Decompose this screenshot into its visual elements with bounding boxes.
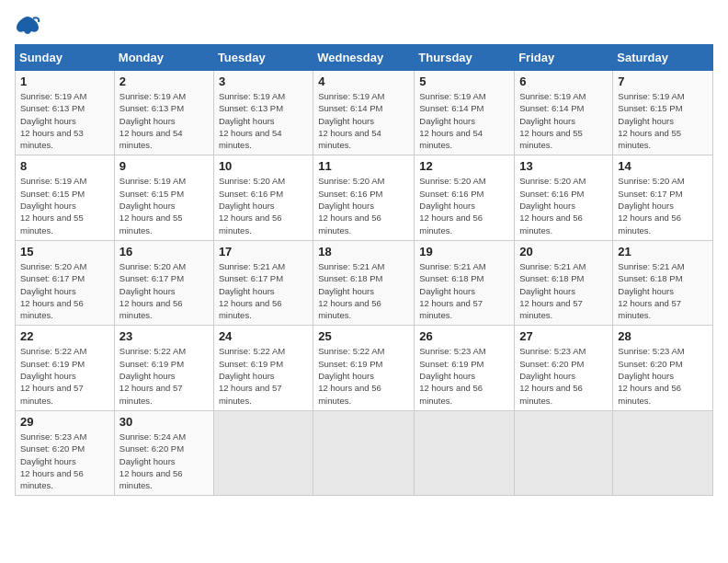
day-info: Sunrise: 5:20 AM Sunset: 6:16 PM Dayligh… xyxy=(219,175,308,236)
day-number: 26 xyxy=(419,329,509,343)
day-number: 11 xyxy=(318,159,409,173)
day-number: 28 xyxy=(618,329,708,343)
day-info: Sunrise: 5:20 AM Sunset: 6:16 PM Dayligh… xyxy=(419,175,509,236)
logo-icon xyxy=(15,15,40,35)
day-number: 1 xyxy=(20,75,109,88)
day-number: 27 xyxy=(519,329,608,343)
calendar-day-cell: 24 Sunrise: 5:22 AM Sunset: 6:19 PM Dayl… xyxy=(213,326,313,410)
calendar-day-cell xyxy=(515,410,613,495)
calendar-day-cell: 11 Sunrise: 5:20 AM Sunset: 6:16 PM Dayl… xyxy=(313,155,415,240)
calendar-week-row: 8 Sunrise: 5:19 AM Sunset: 6:15 PM Dayli… xyxy=(16,155,713,240)
day-info: Sunrise: 5:20 AM Sunset: 6:17 PM Dayligh… xyxy=(20,260,109,321)
calendar-table: SundayMondayTuesdayWednesdayThursdayFrid… xyxy=(15,44,713,496)
calendar-day-cell xyxy=(415,410,515,495)
calendar-day-cell: 21 Sunrise: 5:21 AM Sunset: 6:18 PM Dayl… xyxy=(613,240,713,325)
day-info: Sunrise: 5:22 AM Sunset: 6:19 PM Dayligh… xyxy=(20,345,109,406)
calendar-day-cell: 20 Sunrise: 5:21 AM Sunset: 6:18 PM Dayl… xyxy=(515,240,613,325)
weekday-header: Tuesday xyxy=(213,45,313,71)
day-info: Sunrise: 5:20 AM Sunset: 6:17 PM Dayligh… xyxy=(119,260,209,321)
calendar-day-cell: 13 Sunrise: 5:20 AM Sunset: 6:16 PM Dayl… xyxy=(515,155,613,240)
calendar-day-cell: 27 Sunrise: 5:23 AM Sunset: 6:20 PM Dayl… xyxy=(515,326,613,410)
calendar-week-row: 15 Sunrise: 5:20 AM Sunset: 6:17 PM Dayl… xyxy=(16,240,713,325)
day-number: 13 xyxy=(519,159,608,173)
day-number: 18 xyxy=(318,245,409,259)
calendar-day-cell: 1 Sunrise: 5:19 AM Sunset: 6:13 PM Dayli… xyxy=(16,71,115,155)
weekday-header: Thursday xyxy=(415,45,515,71)
day-number: 20 xyxy=(519,245,608,259)
weekday-header: Monday xyxy=(114,45,213,71)
day-number: 22 xyxy=(20,329,109,343)
calendar-day-cell: 5 Sunrise: 5:19 AM Sunset: 6:14 PM Dayli… xyxy=(415,71,515,155)
calendar-day-cell: 12 Sunrise: 5:20 AM Sunset: 6:16 PM Dayl… xyxy=(415,155,515,240)
day-info: Sunrise: 5:21 AM Sunset: 6:17 PM Dayligh… xyxy=(219,260,308,321)
day-number: 21 xyxy=(618,245,708,259)
page-header xyxy=(15,15,713,35)
calendar-day-cell: 26 Sunrise: 5:23 AM Sunset: 6:19 PM Dayl… xyxy=(415,326,515,410)
calendar-day-cell: 25 Sunrise: 5:22 AM Sunset: 6:19 PM Dayl… xyxy=(313,326,415,410)
day-number: 23 xyxy=(119,329,209,343)
calendar-day-cell: 29 Sunrise: 5:23 AM Sunset: 6:20 PM Dayl… xyxy=(16,410,115,495)
day-info: Sunrise: 5:19 AM Sunset: 6:14 PM Dayligh… xyxy=(318,90,409,151)
day-info: Sunrise: 5:22 AM Sunset: 6:19 PM Dayligh… xyxy=(119,345,209,406)
weekday-header: Sunday xyxy=(16,45,115,71)
calendar-day-cell: 15 Sunrise: 5:20 AM Sunset: 6:17 PM Dayl… xyxy=(16,240,115,325)
day-info: Sunrise: 5:22 AM Sunset: 6:19 PM Dayligh… xyxy=(219,345,308,406)
calendar-day-cell: 17 Sunrise: 5:21 AM Sunset: 6:17 PM Dayl… xyxy=(213,240,313,325)
day-number: 19 xyxy=(419,245,509,259)
day-info: Sunrise: 5:20 AM Sunset: 6:16 PM Dayligh… xyxy=(519,175,608,236)
calendar-day-cell: 9 Sunrise: 5:19 AM Sunset: 6:15 PM Dayli… xyxy=(114,155,213,240)
day-info: Sunrise: 5:19 AM Sunset: 6:14 PM Dayligh… xyxy=(419,90,509,151)
weekday-header: Friday xyxy=(515,45,613,71)
header-row: SundayMondayTuesdayWednesdayThursdayFrid… xyxy=(16,45,713,71)
day-info: Sunrise: 5:21 AM Sunset: 6:18 PM Dayligh… xyxy=(519,260,608,321)
day-number: 5 xyxy=(419,75,509,88)
day-number: 3 xyxy=(219,75,308,88)
calendar-day-cell: 18 Sunrise: 5:21 AM Sunset: 6:18 PM Dayl… xyxy=(313,240,415,325)
day-info: Sunrise: 5:19 AM Sunset: 6:13 PM Dayligh… xyxy=(119,90,209,151)
day-number: 24 xyxy=(219,329,308,343)
logo xyxy=(15,15,44,35)
calendar-day-cell: 22 Sunrise: 5:22 AM Sunset: 6:19 PM Dayl… xyxy=(16,326,115,410)
day-number: 12 xyxy=(419,159,509,173)
calendar-day-cell: 8 Sunrise: 5:19 AM Sunset: 6:15 PM Dayli… xyxy=(16,155,115,240)
day-number: 4 xyxy=(318,75,409,88)
day-number: 17 xyxy=(219,245,308,259)
day-info: Sunrise: 5:20 AM Sunset: 6:17 PM Dayligh… xyxy=(618,175,708,236)
day-number: 10 xyxy=(219,159,308,173)
day-number: 16 xyxy=(119,245,209,259)
calendar-day-cell: 3 Sunrise: 5:19 AM Sunset: 6:13 PM Dayli… xyxy=(213,71,313,155)
day-number: 2 xyxy=(119,75,209,88)
day-info: Sunrise: 5:23 AM Sunset: 6:19 PM Dayligh… xyxy=(419,345,509,406)
day-info: Sunrise: 5:23 AM Sunset: 6:20 PM Dayligh… xyxy=(618,345,708,406)
weekday-header: Wednesday xyxy=(313,45,415,71)
day-info: Sunrise: 5:19 AM Sunset: 6:13 PM Dayligh… xyxy=(20,90,109,151)
day-info: Sunrise: 5:21 AM Sunset: 6:18 PM Dayligh… xyxy=(618,260,708,321)
day-info: Sunrise: 5:24 AM Sunset: 6:20 PM Dayligh… xyxy=(119,431,209,491)
calendar-day-cell xyxy=(613,410,713,495)
day-number: 9 xyxy=(119,159,209,173)
calendar-day-cell: 14 Sunrise: 5:20 AM Sunset: 6:17 PM Dayl… xyxy=(613,155,713,240)
day-info: Sunrise: 5:20 AM Sunset: 6:16 PM Dayligh… xyxy=(318,175,409,236)
calendar-day-cell xyxy=(213,410,313,495)
day-info: Sunrise: 5:19 AM Sunset: 6:15 PM Dayligh… xyxy=(20,175,109,236)
day-info: Sunrise: 5:23 AM Sunset: 6:20 PM Dayligh… xyxy=(519,345,608,406)
day-number: 29 xyxy=(20,415,109,429)
calendar-day-cell: 7 Sunrise: 5:19 AM Sunset: 6:15 PM Dayli… xyxy=(613,71,713,155)
calendar-day-cell: 4 Sunrise: 5:19 AM Sunset: 6:14 PM Dayli… xyxy=(313,71,415,155)
calendar-week-row: 22 Sunrise: 5:22 AM Sunset: 6:19 PM Dayl… xyxy=(16,326,713,410)
calendar-week-row: 29 Sunrise: 5:23 AM Sunset: 6:20 PM Dayl… xyxy=(16,410,713,495)
day-info: Sunrise: 5:19 AM Sunset: 6:14 PM Dayligh… xyxy=(519,90,608,151)
day-number: 15 xyxy=(20,245,109,259)
calendar-day-cell: 28 Sunrise: 5:23 AM Sunset: 6:20 PM Dayl… xyxy=(613,326,713,410)
day-info: Sunrise: 5:19 AM Sunset: 6:13 PM Dayligh… xyxy=(219,90,308,151)
day-info: Sunrise: 5:19 AM Sunset: 6:15 PM Dayligh… xyxy=(119,175,209,236)
calendar-day-cell xyxy=(313,410,415,495)
calendar-day-cell: 19 Sunrise: 5:21 AM Sunset: 6:18 PM Dayl… xyxy=(415,240,515,325)
day-info: Sunrise: 5:19 AM Sunset: 6:15 PM Dayligh… xyxy=(618,90,708,151)
day-info: Sunrise: 5:22 AM Sunset: 6:19 PM Dayligh… xyxy=(318,345,409,406)
day-info: Sunrise: 5:21 AM Sunset: 6:18 PM Dayligh… xyxy=(419,260,509,321)
day-number: 6 xyxy=(519,75,608,88)
weekday-header: Saturday xyxy=(613,45,713,71)
day-number: 7 xyxy=(618,75,708,88)
calendar-week-row: 1 Sunrise: 5:19 AM Sunset: 6:13 PM Dayli… xyxy=(16,71,713,155)
